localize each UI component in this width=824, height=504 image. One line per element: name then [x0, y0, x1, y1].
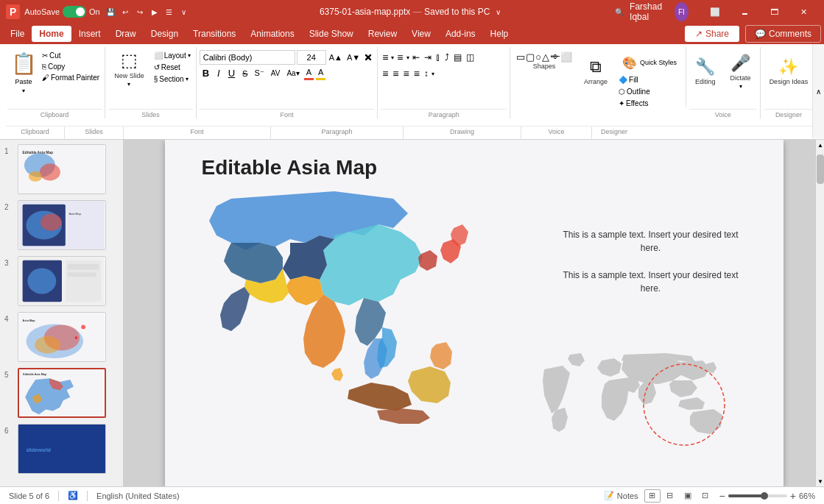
- menu-slideshow[interactable]: Slide Show: [302, 26, 361, 42]
- decrease-indent-button[interactable]: ⇤: [411, 51, 421, 64]
- arrange-button[interactable]: ⧉ Arrange: [578, 50, 613, 93]
- slide-thumb-2[interactable]: 2 Asia Map: [3, 199, 120, 252]
- shadow-button[interactable]: S⁻: [252, 67, 266, 79]
- zoom-in-button[interactable]: +: [790, 490, 796, 502]
- line-spacing-dropdown[interactable]: ▾: [432, 71, 434, 77]
- zoom-out-button[interactable]: −: [719, 490, 725, 502]
- search-icon[interactable]: 🔍: [615, 6, 624, 18]
- bold-button[interactable]: B: [200, 66, 212, 80]
- slide-thumb-6[interactable]: 6 slideworld: [3, 422, 120, 475]
- menu-draw[interactable]: Draw: [108, 26, 144, 42]
- accessibility-icon[interactable]: ♿: [68, 491, 78, 500]
- language-status[interactable]: English (United States): [96, 491, 180, 500]
- reading-view-button[interactable]: ▣: [680, 489, 696, 503]
- shapes-button[interactable]: ▭ ▢ ○ △ ⬲ ⬜ Shapes: [513, 50, 575, 71]
- presenter-view-button[interactable]: ⊡: [697, 489, 714, 503]
- bullets-button[interactable]: ≡: [381, 50, 390, 65]
- normal-view-button[interactable]: ⊞: [644, 489, 661, 503]
- scroll-up-button[interactable]: ▲: [817, 140, 824, 150]
- columns-button[interactable]: ⫿: [434, 51, 442, 64]
- smartart-button[interactable]: ◫: [465, 51, 476, 64]
- align-left-button[interactable]: ≡: [381, 66, 390, 81]
- layout-button[interactable]: ⬜ Layout ▾: [152, 50, 193, 61]
- char-spacing-button[interactable]: AV: [269, 68, 283, 79]
- text-direction-button[interactable]: ⤴: [443, 51, 451, 64]
- quick-styles-button[interactable]: 🎨 Quick Styles: [616, 52, 683, 74]
- align-text-button[interactable]: ▤: [452, 51, 463, 64]
- menu-animations[interactable]: Animations: [243, 26, 301, 42]
- format-painter-button[interactable]: 🖌 Format Painter: [40, 72, 102, 83]
- justify-button[interactable]: ≡: [412, 66, 421, 81]
- slide-thumb-1[interactable]: 1 Editable Asia Map: [3, 143, 120, 196]
- new-slide-button[interactable]: ⬚ New Slide ▾: [108, 47, 150, 90]
- align-right-button[interactable]: ≡: [402, 66, 411, 81]
- align-center-button[interactable]: ≡: [391, 66, 400, 81]
- slide-text-2[interactable]: This is a sample text. Insert your desir…: [563, 269, 739, 295]
- section-button[interactable]: § Section ▾: [152, 74, 193, 85]
- new-slide-dropdown[interactable]: ▾: [127, 81, 130, 88]
- font-case-button[interactable]: Aa▾: [284, 68, 301, 79]
- menu-addins[interactable]: Add-ins: [438, 26, 483, 42]
- dictate-dropdown[interactable]: ▾: [739, 83, 742, 90]
- zoom-level[interactable]: 66%: [799, 491, 815, 500]
- save-status-arrow[interactable]: ∨: [493, 6, 504, 18]
- editing-button[interactable]: 🔧 Editing: [689, 50, 722, 93]
- design-ideas-button[interactable]: ✨ Design Ideas: [764, 50, 814, 93]
- dictate-button[interactable]: 🎤 Dictate ▾: [725, 50, 757, 93]
- font-size-input[interactable]: [297, 50, 326, 65]
- slide-text-1[interactable]: This is a sample text. Insert your desir…: [563, 228, 739, 255]
- slide-title[interactable]: Editable Asia Map: [202, 156, 378, 180]
- section-dropdown[interactable]: ▾: [186, 76, 189, 82]
- minimize-btn[interactable]: 🗕: [730, 0, 759, 24]
- shape-outline-button[interactable]: ⬡ Outline: [616, 86, 683, 97]
- clear-format-button[interactable]: 🗙: [363, 52, 374, 63]
- ribbon-toggle-btn[interactable]: ⬜: [700, 0, 730, 24]
- close-btn[interactable]: ✕: [789, 0, 818, 24]
- more-icon[interactable]: ∨: [178, 6, 190, 18]
- menu-view[interactable]: View: [404, 26, 438, 42]
- slide-thumb-5[interactable]: 5 Editable Asia Map: [3, 366, 120, 419]
- paste-dropdown-icon[interactable]: ▾: [22, 88, 25, 94]
- bullets-dropdown[interactable]: ▾: [391, 54, 394, 61]
- undo-icon[interactable]: ↩: [119, 6, 131, 18]
- vertical-scrollbar[interactable]: ▲ ▼: [815, 140, 824, 486]
- line-spacing-button[interactable]: ↕: [423, 67, 430, 80]
- asia-map[interactable]: [187, 184, 511, 464]
- numbering-dropdown[interactable]: ▾: [406, 54, 409, 61]
- menu-transitions[interactable]: Transitions: [186, 26, 243, 42]
- slide-thumb-4[interactable]: 4 Asia Map: [3, 310, 120, 363]
- increase-indent-button[interactable]: ⇥: [423, 51, 433, 64]
- highlight-button[interactable]: A: [316, 66, 325, 80]
- maximize-btn[interactable]: 🗖: [759, 0, 789, 24]
- slide-thumb-3[interactable]: 3: [3, 255, 120, 308]
- reset-button[interactable]: ↺ Reset: [152, 62, 193, 73]
- qa-icon[interactable]: ☰: [163, 6, 175, 18]
- save-icon[interactable]: 💾: [105, 6, 116, 18]
- font-name-input[interactable]: [200, 50, 295, 65]
- grid-view-button[interactable]: ⊟: [662, 489, 678, 503]
- font-color-button[interactable]: A: [304, 66, 314, 80]
- present-icon[interactable]: ▶: [149, 6, 161, 18]
- strikethrough-button[interactable]: S: [240, 68, 250, 79]
- share-button[interactable]: ↗ Share: [685, 26, 739, 42]
- redo-icon[interactable]: ↪: [134, 6, 146, 18]
- vertical-scroll-thumb[interactable]: [817, 155, 824, 184]
- autosave-toggle[interactable]: [63, 6, 86, 18]
- increase-font-button[interactable]: A▲: [328, 52, 344, 63]
- decrease-font-button[interactable]: A▼: [345, 52, 362, 63]
- shape-effects-button[interactable]: ✦ Effects: [616, 98, 683, 109]
- underline-button[interactable]: U: [225, 66, 238, 80]
- shape-fill-button[interactable]: 🔷 Fill: [616, 74, 683, 85]
- menu-design[interactable]: Design: [144, 26, 186, 42]
- zoom-slider[interactable]: [728, 494, 787, 497]
- user-info[interactable]: Farshad Iqbal FI: [630, 1, 689, 22]
- layout-dropdown[interactable]: ▾: [188, 52, 191, 59]
- numbering-button[interactable]: ≡: [395, 50, 404, 65]
- comments-button[interactable]: 💬 Comments: [745, 25, 821, 43]
- ribbon-collapse-button[interactable]: ∧: [812, 44, 824, 138]
- menu-insert[interactable]: Insert: [71, 26, 108, 42]
- copy-button[interactable]: ⎘ Copy: [40, 61, 102, 72]
- paste-button[interactable]: 📋 Paste ▾: [7, 47, 40, 99]
- menu-home[interactable]: Home: [32, 26, 71, 42]
- menu-help[interactable]: Help: [483, 26, 516, 42]
